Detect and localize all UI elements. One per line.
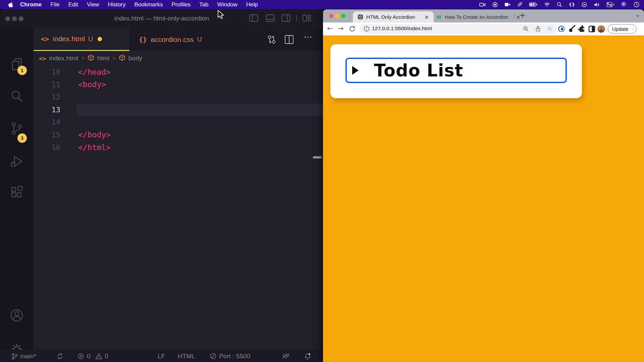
tab-label: accordion.css: [151, 36, 194, 44]
reload-button[interactable]: [348, 25, 356, 34]
address-bar[interactable]: 127.0.0.1:5500/index.html ☆: [360, 24, 557, 34]
git-branch-icon: [11, 353, 18, 360]
chrome-minimize-button[interactable]: [335, 14, 339, 18]
breadcrumb-separator: >: [81, 55, 85, 62]
menu-edit[interactable]: Edit: [64, 1, 83, 8]
share-icon[interactable]: [535, 26, 541, 33]
toggle-panel-icon[interactable]: [266, 14, 275, 23]
editor-scrollbar[interactable]: [313, 156, 322, 159]
accordion-card: Todo List: [330, 44, 582, 98]
tab-how-to-create-accordion[interactable]: W How To Create an Accordion ×: [436, 11, 521, 22]
spotlight-search-icon[interactable]: [557, 2, 562, 7]
unsaved-badge: U: [88, 35, 93, 43]
sidebar-item-source-control[interactable]: 3: [0, 121, 34, 137]
tab-accordion-css[interactable]: {} accordion.css U: [129, 28, 235, 51]
account-icon[interactable]: [0, 307, 34, 323]
eol-indicator[interactable]: LF: [158, 350, 165, 362]
siri-icon[interactable]: [621, 2, 627, 7]
colorpicker-extension-icon[interactable]: [568, 25, 576, 34]
accordion-summary[interactable]: Todo List: [345, 58, 567, 83]
darkmode-extension-icon[interactable]: [588, 25, 595, 34]
code-line: 10</head>: [34, 66, 323, 78]
code-editor[interactable]: 10</head> 11<body> 12 13 14 15</body> 16…: [34, 66, 323, 154]
back-button[interactable]: ←: [327, 24, 333, 33]
menu-help[interactable]: Help: [242, 1, 262, 8]
vscode-window: index.html — html-only-accordion <> inde…: [0, 9, 323, 362]
mouse-cursor: [217, 10, 225, 21]
new-tab-button[interactable]: +: [519, 11, 526, 19]
chrome-close-button[interactable]: [329, 14, 333, 18]
menu-window[interactable]: Window: [213, 1, 242, 8]
symbol-cube-icon: [119, 54, 125, 63]
breadcrumb-file[interactable]: index.html: [49, 55, 78, 62]
volume-icon[interactable]: [594, 2, 600, 7]
extensions-puzzle-icon[interactable]: [578, 25, 586, 34]
record-button-icon[interactable]: [492, 2, 498, 7]
menu-history[interactable]: History: [103, 1, 130, 8]
sidebar-item-run-debug[interactable]: [0, 154, 34, 170]
disclosure-triangle-icon: [352, 66, 359, 75]
privacy-extension-icon[interactable]: [558, 25, 565, 34]
macos-menu-bar: Chrome File Edit View History Bookmarks …: [0, 0, 644, 9]
split-editor-icon[interactable]: [284, 35, 294, 46]
close-tab-icon[interactable]: ×: [424, 14, 429, 20]
accordion-title: Todo List: [374, 61, 463, 80]
rocket-icon[interactable]: [517, 2, 522, 7]
symbol-cube-icon: [88, 54, 94, 63]
menu-file[interactable]: File: [46, 1, 64, 8]
menu-tab[interactable]: Tab: [195, 1, 213, 8]
problems-indicator[interactable]: 0 0: [77, 350, 108, 362]
battery-icon[interactable]: [529, 2, 537, 7]
sidebar-item-extensions[interactable]: [0, 184, 34, 200]
more-actions-icon[interactable]: ⋯: [304, 32, 312, 42]
toggle-secondary-sidebar-icon[interactable]: [281, 14, 290, 23]
bookmark-star-icon[interactable]: ☆: [547, 25, 552, 32]
open-changes-icon[interactable]: [267, 35, 277, 46]
customize-layout-icon[interactable]: [302, 14, 312, 23]
chrome-zoom-button[interactable]: [341, 14, 345, 18]
error-count: 0: [87, 353, 91, 360]
sidebar-item-explorer[interactable]: 1: [0, 56, 34, 72]
wifi-icon[interactable]: [544, 2, 550, 7]
clock-icon[interactable]: [634, 2, 639, 7]
chrome-update-button[interactable]: Update ⋮: [608, 24, 637, 34]
breadcrumb-body[interactable]: body: [128, 55, 142, 62]
url-text[interactable]: 127.0.0.1:5500/index.html: [372, 25, 432, 32]
forward-button[interactable]: →: [338, 24, 344, 33]
code-line: 15</body>: [34, 129, 323, 141]
zoom-page-icon[interactable]: [523, 26, 529, 33]
modified-dot-icon[interactable]: [98, 37, 102, 41]
play-circle-icon[interactable]: [582, 2, 587, 7]
tab-html-only-accordion[interactable]: HTML Only Accordion ×: [353, 11, 434, 22]
screen-record-icon[interactable]: [479, 2, 486, 7]
search-tabs-chevron-icon[interactable]: [635, 13, 640, 19]
toggle-sidebar-icon[interactable]: [249, 14, 258, 23]
profile-avatar[interactable]: [597, 25, 605, 34]
code-line: 16</html>: [34, 141, 323, 154]
warnings-icon: [95, 353, 103, 360]
menu-chrome[interactable]: Chrome: [16, 1, 46, 8]
menu-bookmarks[interactable]: Bookmarks: [130, 1, 167, 8]
breadcrumb-html[interactable]: html: [97, 55, 109, 62]
language-mode[interactable]: HTML: [178, 350, 195, 362]
explorer-badge: 1: [17, 66, 27, 75]
errors-icon: [77, 353, 85, 360]
menu-profiles[interactable]: Profiles: [167, 1, 195, 8]
tab-index-html[interactable]: <> index.html U: [34, 28, 129, 51]
code-line: 12: [34, 91, 323, 104]
braces-menu-icon[interactable]: {}: [569, 2, 575, 7]
sync-changes-button[interactable]: [56, 350, 64, 362]
menu-view[interactable]: View: [83, 1, 104, 8]
live-share-icon[interactable]: [281, 350, 290, 362]
live-server-port[interactable]: Port : 5500: [210, 350, 250, 362]
site-info-icon[interactable]: [364, 26, 370, 33]
vscode-window-title: index.html — html-only-accordion: [0, 15, 323, 22]
sidebar-item-search[interactable]: [0, 88, 34, 104]
control-center-icon[interactable]: [606, 2, 614, 7]
notifications-bell-icon[interactable]: [304, 350, 312, 362]
chrome-window: HTML Only Accordion × W How To Create an…: [323, 9, 644, 362]
apple-menu-icon[interactable]: [5, 2, 16, 8]
branch-indicator[interactable]: main*: [11, 350, 37, 362]
update-menu-dots-icon: ⋮: [631, 26, 635, 32]
video-camera-icon[interactable]: [504, 2, 511, 7]
